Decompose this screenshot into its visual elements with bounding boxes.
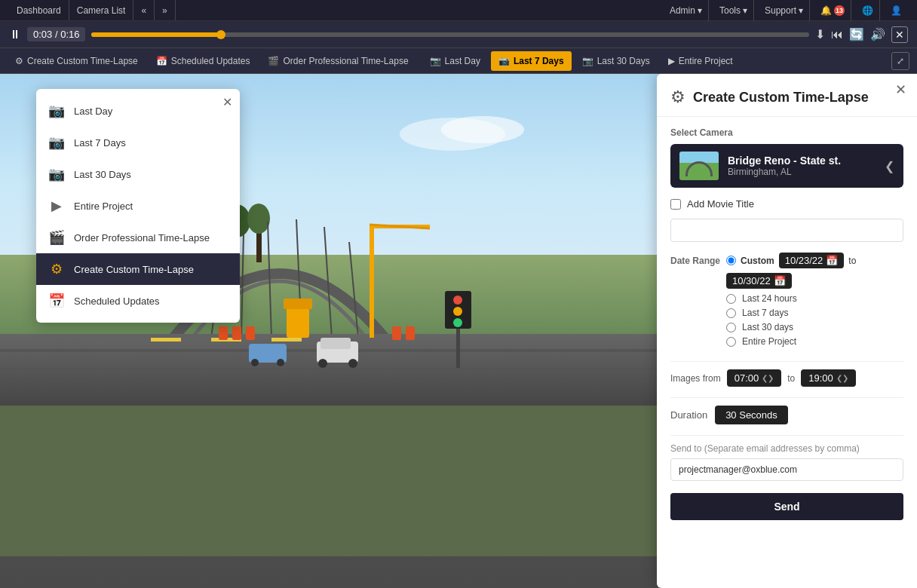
dropdown-item-last-7-days[interactable]: 📷 Last 7 Days (36, 127, 240, 158)
svg-rect-23 (151, 338, 181, 341)
duration-button[interactable]: 30 Seconds (715, 406, 788, 424)
time-display: 0:03 / 0:16 (27, 27, 85, 41)
last-24h-radio[interactable] (726, 294, 736, 304)
custom-radio[interactable] (726, 256, 736, 265)
dropdown-item-entire-project[interactable]: ▶ Entire Project (36, 190, 240, 222)
panel-title: Create Custom Time-Lapse (693, 90, 869, 106)
svg-rect-33 (246, 326, 255, 340)
date-range-label: Date Range (670, 256, 720, 266)
svg-point-13 (247, 204, 270, 234)
dropdown-item-create-custom[interactable]: ⚙ Create Custom Time-Lapse (36, 253, 240, 285)
calendar-icon: 📅 (156, 56, 167, 66)
loop-icon[interactable]: 🔄 (849, 27, 864, 41)
dropdown-item-last-30-days[interactable]: 📷 Last 30 Days (36, 158, 240, 190)
globe-icon: 🌐 (862, 5, 873, 16)
dropdown-close-button[interactable]: ✕ (222, 95, 232, 109)
last-24h-row: Last 24 hours (726, 293, 903, 304)
divider-3 (670, 435, 903, 436)
download-icon[interactable]: ⬇ (815, 27, 825, 41)
movie-title-input[interactable] (670, 219, 903, 242)
chevron-down-icon: ▾ (799, 5, 803, 16)
tab-scheduled-updates[interactable]: 📅 Scheduled Updates (149, 51, 258, 71)
time-from-button[interactable]: 07:00 ❮❯ (727, 369, 782, 387)
film-icon: 🎬 (48, 229, 65, 246)
nav-admin[interactable]: Admin ▾ (664, 0, 709, 21)
gear-icon: ⚙ (15, 56, 23, 66)
last-30d-radio[interactable] (726, 323, 736, 332)
svg-point-45 (348, 359, 357, 368)
svg-rect-32 (232, 326, 241, 340)
camera-name: Bridge Reno - State st. (728, 155, 841, 167)
entire-project-label: Entire Project (742, 336, 796, 347)
send-to-label: Send to (Separate email addresses by com… (670, 443, 903, 454)
tab-last-day[interactable]: 📷 Last Day (422, 51, 488, 71)
tab-order-professional[interactable]: 🎬 Order Professional Time-Lapse (260, 51, 416, 71)
svg-point-4 (441, 116, 524, 143)
last-7d-row: Last 7 days (726, 308, 903, 318)
play-pause-button[interactable]: ⏸ (9, 28, 21, 41)
nav-next[interactable]: » (155, 0, 176, 20)
images-from-label: Images from (670, 373, 721, 384)
progress-fill (91, 32, 220, 37)
duration-row: Duration 30 Seconds (670, 406, 903, 424)
date-to-value: 10/30/22 (732, 275, 771, 286)
dropdown-item-scheduled-updates[interactable]: 📅 Scheduled Updates (36, 285, 240, 317)
chevron-icon: ❮❯ (762, 374, 774, 382)
select-camera-label: Select Camera (670, 127, 903, 138)
date-range-options: Custom 10/23/22 📅 to 10/30/22 📅 (726, 253, 903, 351)
fullscreen-button[interactable]: ⤢ (891, 52, 909, 70)
top-navigation: Dashboard Camera List « » Admin ▾ Tools … (0, 0, 917, 21)
date-from-value: 10/23/22 (785, 255, 823, 266)
nav-support[interactable]: Support ▾ (759, 0, 810, 21)
nav-camera-list[interactable]: Camera List (69, 0, 134, 20)
divider-1 (670, 361, 903, 362)
last-30d-row: Last 30 days (726, 322, 903, 332)
chevron-left-icon: ❮ (885, 159, 894, 173)
nav-dashboard[interactable]: Dashboard (9, 0, 69, 20)
entire-project-row: Entire Project (726, 336, 903, 347)
volume-icon[interactable]: 🔊 (870, 27, 885, 41)
last-7d-radio[interactable] (726, 308, 736, 318)
dropdown-item-last-day[interactable]: 📷 Last Day (36, 95, 240, 127)
nav-globe[interactable]: 🌐 (856, 0, 880, 21)
notification-count: 13 (834, 5, 845, 16)
last-24h-label: Last 24 hours (742, 293, 797, 304)
svg-point-47 (251, 359, 259, 366)
camera-location: Birmingham, AL (728, 167, 841, 177)
panel-close-button[interactable]: ✕ (895, 81, 906, 98)
tab-last-30-days[interactable]: 📷 Last 30 Days (575, 51, 658, 71)
date-to-box[interactable]: 10/30/22 📅 (726, 273, 792, 289)
dropdown-menu: ✕ 📷 Last Day 📷 Last 7 Days 📷 Last 30 Day… (36, 89, 240, 323)
last-7d-label: Last 7 days (742, 308, 788, 318)
send-to-input[interactable] (670, 458, 903, 481)
date-from-box[interactable]: 10/23/22 📅 (779, 253, 845, 268)
send-to-hint: (Separate email addresses by comma) (704, 443, 860, 454)
nav-prev[interactable]: « (133, 0, 155, 20)
camera-card[interactable]: Bridge Reno - State st. Birmingham, AL ❮ (670, 144, 903, 188)
svg-point-41 (453, 318, 462, 327)
right-panel: ✕ ⚙ Create Custom Time-Lapse Select Came… (657, 74, 917, 588)
add-movie-title-checkbox[interactable] (670, 199, 681, 210)
nav-right-group: Admin ▾ Tools ▾ Support ▾ 🔔 13 🌐 👤 (664, 0, 908, 21)
last-30d-label: Last 30 days (742, 322, 793, 332)
settings-icon: ⚙ (48, 261, 65, 277)
dropdown-item-order-professional[interactable]: 🎬 Order Professional Time-Lapse (36, 222, 240, 253)
close-video-button[interactable]: ✕ (891, 26, 908, 43)
camera-icon: 📷 (48, 103, 65, 119)
refresh-icon[interactable]: ⏮ (831, 28, 843, 41)
entire-project-radio[interactable] (726, 337, 736, 347)
nav-profile[interactable]: 👤 (885, 0, 908, 21)
nav-tools[interactable]: Tools ▾ (713, 0, 754, 21)
video-progress-bar[interactable] (91, 32, 809, 37)
tab-last-7-days[interactable]: 📷 Last 7 Days (491, 51, 572, 71)
svg-rect-27 (284, 299, 312, 309)
svg-rect-28 (370, 225, 374, 338)
camera-thumb-arch (685, 161, 713, 176)
send-button[interactable]: Send (670, 493, 903, 520)
time-to-button[interactable]: 19:00 ❮❯ (801, 369, 856, 387)
add-movie-title-label[interactable]: Add Movie Title (687, 198, 754, 210)
nav-notifications[interactable]: 🔔 13 (814, 0, 851, 21)
tab-entire-project[interactable]: ▶ Entire Project (661, 51, 741, 71)
calendar-icon: 📅 (774, 275, 786, 286)
tab-create-custom[interactable]: ⚙ Create Custom Time-Lapse (8, 51, 146, 71)
